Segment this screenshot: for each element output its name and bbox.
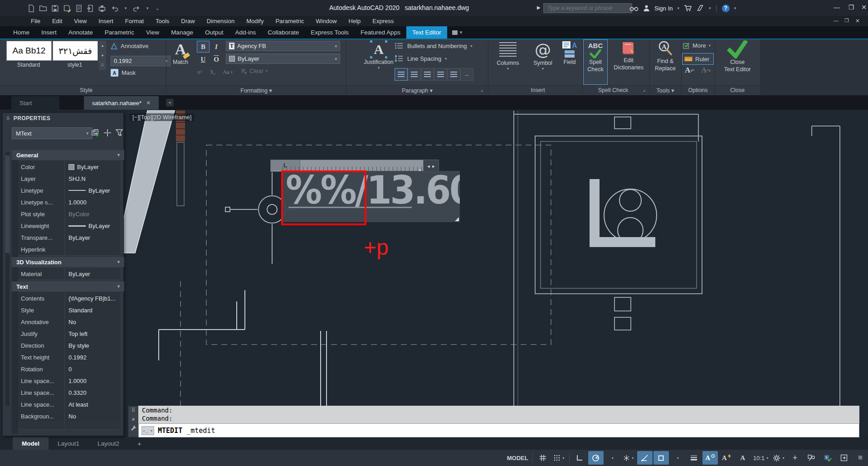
model-space-button[interactable]: MODEL	[505, 451, 530, 465]
redo-icon[interactable]	[132, 5, 141, 12]
property-row[interactable]: Text height0.1992	[18, 351, 120, 364]
panel-label-options[interactable]: Options	[688, 87, 707, 93]
panel-label-style[interactable]: Style	[80, 87, 93, 93]
align-distribute-button[interactable]	[447, 68, 460, 81]
ribbon-tab-annotate[interactable]: Annotate	[63, 26, 99, 39]
menu-item-format[interactable]: Format	[119, 16, 150, 26]
sign-in-dropdown-icon[interactable]: ▾	[677, 6, 679, 10]
ribbon-tab-collaborate[interactable]: Collaborate	[262, 26, 305, 39]
match-button[interactable]: A Match	[168, 40, 193, 66]
print-icon[interactable]	[98, 5, 106, 12]
clear-formatting-button[interactable]: Clear▾	[240, 68, 268, 74]
customization-plus-icon[interactable]: +	[787, 451, 803, 465]
open-folder-icon[interactable]	[39, 5, 47, 12]
menu-item-help[interactable]: Help	[343, 16, 367, 26]
property-row[interactable]: Line space...1.0000	[18, 375, 120, 387]
customization-menu-icon[interactable]: ≡	[853, 451, 868, 465]
align-center-button[interactable]	[408, 68, 421, 81]
select-objects-icon[interactable]	[102, 128, 113, 138]
undo-dropdown-icon[interactable]: ▾	[123, 6, 128, 10]
maximize-button[interactable]: ❐	[845, 4, 857, 11]
save-as-icon[interactable]	[63, 5, 71, 12]
ribbon-tab-view[interactable]: View	[140, 26, 165, 39]
menu-item-insert[interactable]: Insert	[93, 16, 119, 26]
properties-header[interactable]: ⠿ PROPERTIES	[3, 113, 127, 124]
file-tab-start[interactable]: Start	[11, 96, 59, 110]
palette-grip-icon[interactable]: ⠿	[6, 116, 10, 121]
clean-screen-icon[interactable]	[836, 451, 852, 465]
property-row[interactable]: Linetype s...1.0000	[18, 196, 120, 209]
superscript-button[interactable]: x²	[193, 66, 206, 78]
command-history[interactable]: Command: Command:	[138, 406, 859, 423]
close-button[interactable]: ✕	[858, 4, 868, 11]
spell-dialog-launcher-icon[interactable]: ⌟	[643, 87, 645, 92]
plot-icon[interactable]	[87, 5, 94, 12]
text-style-preview-style1[interactable]: فقش٣٢١	[53, 41, 98, 61]
property-row[interactable]: Line space...0.3320	[18, 387, 120, 399]
find-replace-button[interactable]: A Find & Replace	[651, 40, 679, 72]
help-dropdown-icon[interactable]: ▾	[734, 6, 736, 10]
close-text-editor-button[interactable]: Close Text Editor	[720, 40, 755, 73]
ribbon-tab-text-editor[interactable]: Text Editor	[406, 26, 447, 39]
property-row[interactable]: DirectionBy style	[18, 340, 120, 352]
symbol-button[interactable]: @ Symbol ▾	[530, 40, 556, 71]
isolate-objects-icon[interactable]	[804, 451, 819, 465]
quick-select-icon[interactable]	[114, 128, 125, 138]
ribbon-display-toggle[interactable]: ▾	[452, 29, 463, 35]
object-type-selector[interactable]: MText ▾	[12, 127, 93, 139]
undo-text-icon[interactable]: A↶	[685, 66, 695, 75]
undo-icon[interactable]	[110, 5, 119, 12]
font-combo[interactable]: T Agency FB▾	[226, 41, 340, 51]
menu-item-express[interactable]: Express	[366, 16, 400, 26]
command-prompt-icon[interactable]: ▹_ ▾	[141, 426, 154, 435]
bold-button[interactable]: B	[197, 41, 210, 53]
panel-label-paragraph[interactable]: Paragraph ▾	[402, 87, 433, 94]
search-expand-icon[interactable]: ▶	[537, 5, 541, 10]
section-text[interactable]: Text▼	[12, 282, 124, 291]
panel-label-spell-check[interactable]: Spell Check	[598, 87, 629, 93]
grid-icon[interactable]	[535, 451, 551, 465]
ribbon-tab-insert[interactable]: Insert	[35, 26, 63, 39]
columns-button[interactable]: Columns ▾	[493, 40, 522, 71]
customize-wrench-icon[interactable]	[131, 425, 137, 431]
mtext-ruler[interactable]: L ▲	[270, 160, 424, 172]
editor-resize-handle[interactable]	[455, 217, 459, 221]
menu-item-file[interactable]: File	[25, 16, 46, 26]
ribbon-tab-home[interactable]: Home	[7, 26, 35, 39]
mask-toggle[interactable]: A Mask	[111, 69, 136, 77]
panel-label-close[interactable]: Close	[730, 87, 745, 93]
panel-label-tools[interactable]: Tools ▾	[657, 87, 674, 94]
ribbon-tab-manage[interactable]: Manage	[165, 26, 199, 39]
underline-button[interactable]: U	[197, 53, 210, 65]
section-3d-visualization[interactable]: 3D Visualization▼	[12, 257, 124, 267]
menu-item-edit[interactable]: Edit	[46, 16, 68, 26]
align-justify-button[interactable]	[434, 68, 447, 81]
save-icon[interactable]	[51, 5, 59, 12]
polar-tracking-icon[interactable]	[588, 451, 604, 465]
text-height-combo[interactable]: 0.1992▾	[111, 56, 171, 66]
overline-button[interactable]: O	[210, 53, 223, 65]
property-row[interactable]: Hyperlink	[18, 243, 120, 256]
export-icon[interactable]	[75, 5, 83, 12]
cart-icon[interactable]	[684, 5, 692, 12]
text-style-preview-standard[interactable]: Aa Bb12	[6, 41, 52, 61]
autodesk-app-icon[interactable]	[697, 5, 704, 12]
ribbon-tab-output[interactable]: Output	[199, 26, 229, 39]
menu-item-view[interactable]: View	[68, 16, 93, 26]
property-row[interactable]: Rotation0	[18, 363, 120, 375]
property-row[interactable]: Transpare...ByLayer	[18, 232, 120, 244]
minimize-button[interactable]: —	[831, 4, 843, 11]
command-input[interactable]: ▹_ ▾ MTEDIT _mtedit	[138, 423, 859, 437]
command-close-icon[interactable]: ×	[132, 416, 135, 422]
align-right-button[interactable]	[421, 68, 434, 81]
property-row[interactable]: Contents{\fAgency FB|b1...	[18, 292, 120, 305]
object-snap-icon[interactable]	[653, 451, 669, 465]
new-tab-button[interactable]: +	[166, 99, 174, 107]
ribbon-tab-express-tools[interactable]: Express Tools	[305, 26, 355, 39]
annotation-scale-value[interactable]: 10:1▾	[751, 451, 770, 465]
justification-button[interactable]: A Justification ▾	[361, 40, 397, 70]
property-row[interactable]: LayerSHJ.N	[18, 173, 120, 185]
isodraft-icon[interactable]: ▾	[621, 451, 636, 465]
annotative-toggle[interactable]: Annotative	[111, 43, 148, 49]
property-row[interactable]: LinetypeByLayer	[18, 184, 120, 197]
